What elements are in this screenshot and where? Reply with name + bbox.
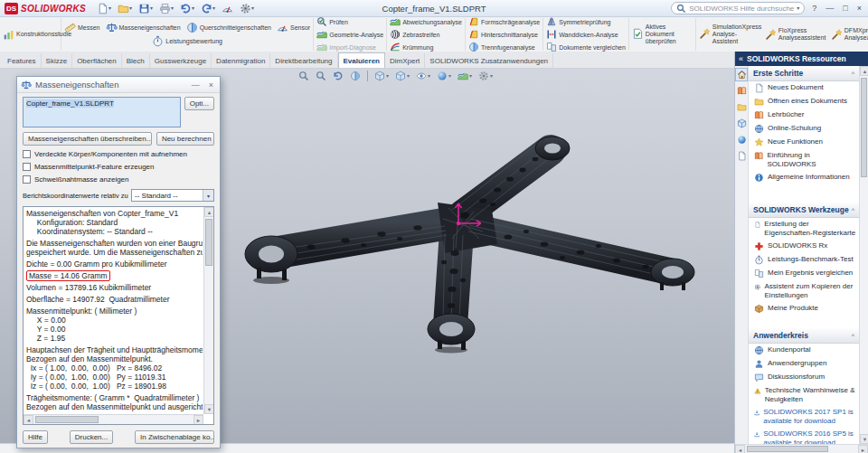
zoom-area-button[interactable] <box>316 71 326 81</box>
collapse-panel-button[interactable]: « <box>739 54 743 63</box>
redo-button[interactable]: ▾ <box>199 1 217 15</box>
tab-appearances-scenes[interactable] <box>735 133 748 146</box>
scroll-thumb[interactable] <box>205 219 212 266</box>
print-button-dialog[interactable]: Drucken... <box>70 430 113 444</box>
section-community[interactable]: Anwenderkreis ^ <box>749 328 859 344</box>
scroll-track[interactable] <box>860 76 868 434</box>
minimize-button[interactable]: — <box>824 4 835 13</box>
tab-features[interactable]: Features <box>3 53 42 68</box>
tab-custom-properties[interactable] <box>735 149 748 163</box>
link-solidworks-rx[interactable]: SOLIDWORKS Rx <box>749 240 859 253</box>
link-download-2016-sp5[interactable]: SOLIDWORKS 2016 SP5 is available for dow… <box>749 428 859 444</box>
copter-frame-model[interactable] <box>237 125 707 360</box>
link-my-products[interactable]: Meine Produkte <box>749 302 859 316</box>
measure-button[interactable]: Messen <box>64 22 100 33</box>
view-settings-button[interactable]: ▾ <box>478 71 493 81</box>
tab-sketch[interactable]: Skizze <box>42 53 73 68</box>
scroll-track[interactable] <box>204 217 213 404</box>
override-mass-properties-button[interactable]: Masseneigenschaften überschreiben... <box>23 132 152 146</box>
scroll-thumb[interactable] <box>35 416 99 423</box>
coordinate-system-select[interactable]: -- Standard -- ▾ <box>131 189 214 202</box>
help-button[interactable]: ? <box>810 4 818 13</box>
compare-documents-button[interactable]: Dokumente vergleichen <box>546 42 626 52</box>
dialog-close-button[interactable]: × <box>206 80 216 90</box>
maximize-button[interactable]: □ <box>841 4 849 13</box>
scroll-left-icon[interactable]: ◄ <box>24 415 33 425</box>
link-tutorials[interactable]: Lehrbücher <box>749 109 859 122</box>
scroll-up-icon[interactable]: ▲ <box>204 207 214 217</box>
apply-scene-button[interactable]: ▾ <box>458 71 472 81</box>
previous-view-button[interactable] <box>333 71 344 81</box>
performance-evaluation-button[interactable]: Leistungsbewertung <box>152 35 222 47</box>
link-discussion-forum[interactable]: Diskussionsforum <box>749 371 859 384</box>
report-horizontal-scrollbar[interactable]: ◄ ► <box>24 414 203 424</box>
help-button-dialog[interactable]: Hilfe <box>23 430 48 444</box>
edit-appearance-button[interactable]: ▾ <box>437 71 451 81</box>
symmetry-check-button[interactable]: Symmetrieprüfung <box>546 17 626 27</box>
mass-properties-report[interactable]: Masseneigenschaften von Copter_frame_V1 … <box>23 206 214 425</box>
tab-sheet-metal[interactable]: Blech <box>122 53 150 68</box>
link-download-2017-sp1[interactable]: SOLIDWORKS 2017 SP1 is available for dow… <box>749 406 859 428</box>
link-new-document[interactable]: Neues Dokument <box>749 81 859 95</box>
link-technical-alerts[interactable]: Technische Warnhinweise & Neuigkeiten <box>749 384 859 406</box>
undercut-analysis-button[interactable]: Hinterschnittanalyse <box>468 29 540 40</box>
section-solidworks-tools[interactable]: SOLIDWORKS Werkzeuge ^ <box>749 203 859 218</box>
link-compare-my-score[interactable]: Mein Ergebnis vergleichen <box>749 267 859 280</box>
tab-mold-tools[interactable]: Gusswerkzeuge <box>150 53 212 68</box>
import-diagnostics-button[interactable]: Import-Diagnose <box>316 42 383 52</box>
link-online-training[interactable]: Online-Schulung <box>749 122 859 136</box>
scroll-down-icon[interactable]: ▼ <box>204 404 214 414</box>
task-pane-vertical-scrollbar[interactable]: ▲ ▼ <box>859 66 868 444</box>
section-properties-button[interactable]: Querschnitteigenschaften <box>186 22 271 33</box>
hide-show-items-button[interactable]: ▾ <box>416 71 430 81</box>
parting-line-analysis-button[interactable]: Trennfugenanalyse <box>468 42 540 52</box>
dfmxpress-button[interactable]: DFMXpress Analyseassistent <box>831 27 868 42</box>
link-customer-portal[interactable]: Kundenportal <box>749 344 859 357</box>
link-introducing-solidworks[interactable]: Einführung in SOLIDWORKS <box>749 149 859 171</box>
link-copy-settings-wizard[interactable]: Assistent zum Kopieren der Einstellungen <box>749 280 859 302</box>
tab-addins[interactable]: SOLIDWORKS Zusatzanwendungen <box>425 53 553 68</box>
selected-item-field[interactable]: Copter_frame_V1.SLDPRT <box>23 97 181 127</box>
tab-direct-editing[interactable]: Direktbearbeitung <box>270 53 337 68</box>
link-property-tab-builder[interactable]: Erstellung der Eigenschaften-Registerkar… <box>749 218 859 240</box>
zoom-fit-button[interactable] <box>298 71 309 81</box>
save-button[interactable]: ▾ <box>137 1 155 15</box>
geometry-analysis-button[interactable]: Geometrie-Analyse <box>316 29 383 40</box>
zebra-stripes-button[interactable]: Zebrastreifen <box>390 29 462 40</box>
print-button[interactable]: ▾ <box>157 1 175 15</box>
tab-design-library[interactable] <box>735 84 748 98</box>
sensor-button[interactable]: Sensor <box>277 22 310 33</box>
checkbox-include-hidden-bodies[interactable]: Verdeckte Körper/Komponenten mit aufnehm… <box>23 150 214 158</box>
view-orientation-button[interactable]: ▾ <box>374 71 389 81</box>
scroll-up-icon[interactable]: ▲ <box>860 66 868 76</box>
tab-file-explorer[interactable] <box>735 100 748 114</box>
scroll-right-icon[interactable]: ► <box>858 445 868 453</box>
new-document-button[interactable]: ▾ <box>95 1 113 15</box>
simulationxpress-button[interactable]: SimulationXpress Analyse-Assistent <box>699 24 761 44</box>
link-performance-benchmark[interactable]: Leistungs-Benchmark-Test <box>749 253 859 267</box>
help-search-input[interactable]: SOLIDWORKS Hilfe durchsuchen ▾ <box>671 2 805 14</box>
scroll-down-icon[interactable]: ▼ <box>860 434 868 444</box>
options-button[interactable]: Opti... <box>184 97 214 110</box>
link-open-document[interactable]: Öffnen eines Dokuments <box>749 95 859 109</box>
dialog-titlebar[interactable]: Masseneigenschaften — × <box>17 77 220 93</box>
options-button-titlebar[interactable]: ▾ <box>238 1 256 15</box>
checkbox-create-com-feature[interactable]: Massenmittelpunkt-Feature erzeugen <box>23 163 214 171</box>
tab-data-migration[interactable]: Datenmigration <box>212 53 270 68</box>
tab-surfaces[interactable]: Oberflächen <box>72 53 122 68</box>
draft-analysis-button[interactable]: Formschrägeanalyse <box>468 17 540 27</box>
scroll-thumb[interactable] <box>861 78 867 177</box>
section-getting-started[interactable]: Erste Schritte ^ <box>749 66 859 81</box>
checkbox-show-weld-mass[interactable]: Schweißnahtmasse anzeigen <box>23 175 214 184</box>
tab-evaluate[interactable]: Evaluieren <box>338 52 385 68</box>
tab-view-palette[interactable] <box>735 117 748 130</box>
scroll-track[interactable] <box>33 415 193 424</box>
open-document-button[interactable]: ▾ <box>116 1 134 15</box>
scroll-thumb[interactable] <box>747 446 828 452</box>
scroll-left-icon[interactable]: ◄ <box>735 445 745 453</box>
task-pane-horizontal-scrollbar[interactable]: ◄ ► <box>735 444 868 453</box>
scroll-track[interactable] <box>745 445 858 453</box>
report-vertical-scrollbar[interactable]: ▲ ▼ <box>203 207 213 414</box>
close-button[interactable]: × <box>855 4 863 13</box>
copy-to-clipboard-button[interactable]: In Zwischenablage ko... <box>135 430 214 444</box>
